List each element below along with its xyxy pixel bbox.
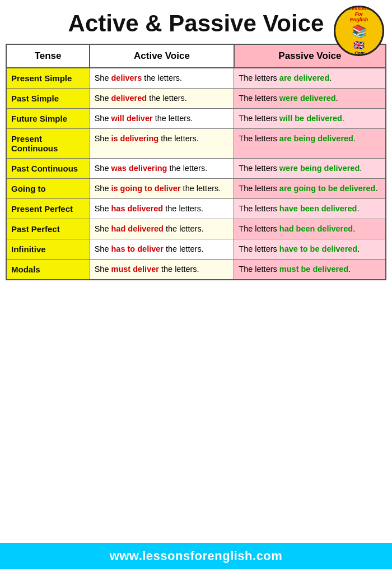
cell-active: She has delivered the letters. [90,199,234,219]
page-title: Active & Passive Voice [6,10,386,37]
cell-passive: The letters must be delivered. [234,260,386,280]
table-row: ModalsShe must deliver the letters.The l… [6,260,386,280]
table-row: InfinitiveShe has to deliver the letters… [6,239,386,260]
footer-bar: www.lessonsforenglish.com [0,543,392,569]
table-row: Present PerfectShe has delivered the let… [6,199,386,219]
table-row: Present SimpleShe delivers the letters.T… [6,68,386,89]
cell-passive: The letters have been delivered. [234,199,386,219]
cell-active: She delivers the letters. [90,68,234,89]
cell-passive: The letters will be delivered. [234,109,386,129]
cell-tense: Infinitive [6,239,90,260]
table-container: Tense Active Voice Passive Voice Present… [0,44,392,539]
cell-tense: Present Simple [6,68,90,89]
cell-passive: The letters were delivered. [234,89,386,109]
table-header-row: Tense Active Voice Passive Voice [6,44,386,68]
table-row: Going toShe is going to deliver the lett… [6,179,386,199]
cell-active: She must deliver the letters. [90,260,234,280]
cell-tense: Present Perfect [6,199,90,219]
cell-active: She has to deliver the letters. [90,239,234,260]
cell-tense: Present Continuous [6,129,90,159]
cell-tense: Past Perfect [6,219,90,239]
cell-passive: The letters are being delivered. [234,129,386,159]
logo-circle: LessonsForEnglish 📚 🇬🇧 .Com [334,6,384,56]
cell-passive: The letters are going to be delivered. [234,179,386,199]
cell-active: She delivered the letters. [90,89,234,109]
cell-passive: The letters are delivered. [234,68,386,89]
logo-text-top: LessonsForEnglish [349,6,370,23]
logo-books-icon: 📚 [352,24,367,39]
cell-tense: Going to [6,179,90,199]
page-header: Active & Passive Voice LessonsForEnglish… [0,0,392,44]
cell-active: She will deliver the letters. [90,109,234,129]
cell-passive: The letters had been delivered. [234,219,386,239]
logo-text-bottom: .Com [353,50,365,55]
grammar-table: Tense Active Voice Passive Voice Present… [6,44,386,280]
cell-active: She was delivering the letters. [90,159,234,179]
table-row: Past SimpleShe delivered the letters.The… [6,89,386,109]
cell-passive: The letters have to be delivered. [234,239,386,260]
cell-tense: Past Simple [6,89,90,109]
logo: LessonsForEnglish 📚 🇬🇧 .Com [334,6,384,56]
table-row: Past PerfectShe had delivered the letter… [6,219,386,239]
cell-active: She had delivered the letters. [90,219,234,239]
cell-active: She is going to deliver the letters. [90,179,234,199]
table-row: Past ContinuousShe was delivering the le… [6,159,386,179]
cell-tense: Modals [6,260,90,280]
cell-tense: Future Simple [6,109,90,129]
logo-flag-icon: 🇬🇧 [353,40,365,50]
cell-active: She is delivering the letters. [90,129,234,159]
table-row: Future SimpleShe will deliver the letter… [6,109,386,129]
cell-tense: Past Continuous [6,159,90,179]
col-active: Active Voice [90,44,234,68]
cell-passive: The letters were being delivered. [234,159,386,179]
table-row: Present ContinuousShe is delivering the … [6,129,386,159]
footer-url: www.lessonsforenglish.com [110,549,283,563]
col-tense: Tense [6,44,90,68]
